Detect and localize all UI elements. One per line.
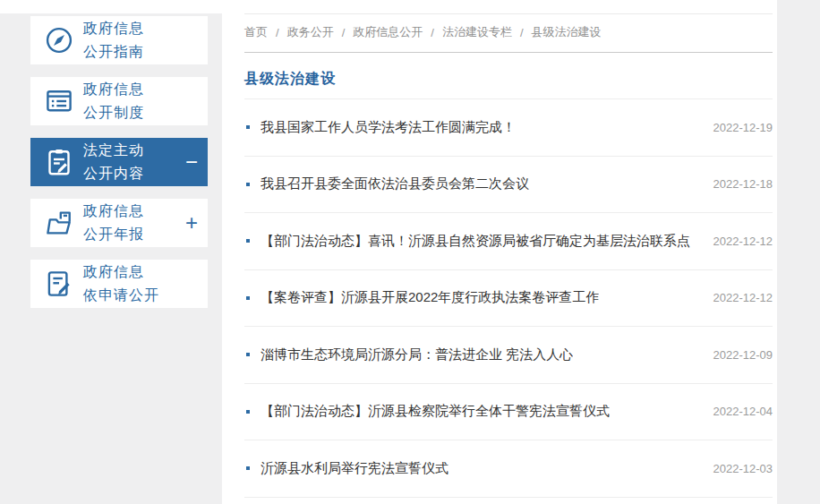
collapse-minus-icon[interactable]: −	[185, 151, 198, 173]
sidebar-menu: 政府信息 公开指南 政府信息 公开制度	[30, 16, 208, 320]
news-item-title[interactable]: 【部门法治动态】沂源县检察院举行全体干警宪法宣誓仪式	[261, 403, 610, 420]
breadcrumb-item[interactable]: 首页	[244, 24, 268, 40]
breadcrumb-divider	[244, 52, 773, 53]
breadcrumb-item[interactable]: 县级法治建设	[532, 24, 602, 40]
news-list-item[interactable]: 【部门法治动态】喜讯！沂源县自然资源局被省厅确定为基层法治联系点 2022-12…	[244, 213, 773, 270]
bullet-square-icon	[246, 125, 250, 129]
news-item-date: 2022-12-12	[703, 291, 773, 304]
bullet-square-icon	[246, 183, 250, 186]
news-item-date: 2022-12-18	[703, 177, 773, 191]
sidebar-item-disclosure-by-request[interactable]: 政府信息 依申请公开	[30, 260, 208, 308]
main-panel: 首页 / 政务公开 / 政府信息公开 / 法治建设专栏 / 县级法治建设 县级法…	[222, 0, 777, 504]
news-item-date: 2022-12-12	[703, 235, 773, 248]
news-item-title[interactable]: 【案卷评查】沂源县开展2022年度行政执法案卷评查工作	[261, 289, 599, 306]
news-item-title[interactable]: 淄博市生态环境局沂源分局：普法进企业 宪法入人心	[261, 346, 573, 363]
news-item-date: 2022-12-03	[703, 462, 773, 475]
sidebar-item-proactive-disclosure[interactable]: 法定主动 公开内容 −	[30, 138, 208, 186]
news-list-item[interactable]: 【部门法治动态】沂源县检察院举行全体干警宪法宣誓仪式 2022-12-04	[244, 384, 773, 441]
news-list-item[interactable]: 沂源县水利局举行宪法宣誓仪式 2022-12-03	[244, 440, 773, 498]
news-list-item[interactable]: 淄博市生态环境局沂源分局：普法进企业 宪法入人心 2022-12-09	[244, 327, 773, 384]
sidebar-item-disclosure-system[interactable]: 政府信息 公开制度	[30, 77, 208, 125]
breadcrumb-item[interactable]: 政府信息公开	[353, 24, 423, 40]
breadcrumb-item[interactable]: 法治建设专栏	[442, 24, 512, 40]
bullet-square-icon	[246, 296, 250, 300]
news-list-item[interactable]: 我县国家工作人员学法考法工作圆满完成！ 2022-12-19	[244, 99, 773, 157]
folder-doc-icon	[39, 207, 79, 239]
sidebar-item-label: 法定主动 公开内容	[83, 139, 144, 185]
news-item-date: 2022-12-19	[703, 121, 773, 134]
sidebar-item-annual-report[interactable]: 政府信息 公开年报 +	[30, 199, 208, 247]
breadcrumb-item[interactable]: 政务公开	[287, 24, 334, 40]
bullet-square-icon	[246, 410, 250, 414]
bullet-square-icon	[246, 239, 250, 243]
news-item-title[interactable]: 我县召开县委全面依法治县委员会第二次会议	[261, 175, 529, 192]
breadcrumb-separator: /	[520, 26, 524, 39]
document-lines-icon	[39, 85, 79, 117]
doc-pen-icon	[39, 268, 79, 300]
news-item-title[interactable]: 沂源县水利局举行宪法宣誓仪式	[261, 460, 448, 477]
news-list-item[interactable]: 我县召开县委全面依法治县委员会第二次会议 2022-12-18	[244, 157, 773, 214]
compass-icon	[39, 24, 79, 56]
clipboard-pen-icon	[39, 146, 79, 178]
news-list: 我县国家工作人员学法考法工作圆满完成！ 2022-12-19 我县召开县委全面依…	[244, 99, 773, 498]
page-title: 县级法治建设	[244, 70, 773, 89]
expand-plus-icon[interactable]: +	[185, 212, 198, 234]
news-item-title[interactable]: 我县国家工作人员学法考法工作圆满完成！	[261, 119, 516, 136]
breadcrumb-separator: /	[431, 26, 434, 39]
sidebar-item-disclosure-guide[interactable]: 政府信息 公开指南	[30, 16, 208, 64]
breadcrumb-separator: /	[276, 26, 279, 39]
sidebar-item-label: 政府信息 依申请公开	[83, 261, 159, 307]
bullet-square-icon	[246, 466, 250, 470]
sidebar-item-label: 政府信息 公开制度	[83, 78, 144, 124]
sidebar-item-label: 政府信息 公开指南	[83, 17, 144, 64]
news-item-date: 2022-12-09	[703, 348, 773, 362]
news-item-title[interactable]: 【部门法治动态】喜讯！沂源县自然资源局被省厅确定为基层法治联系点	[261, 233, 690, 250]
news-list-item[interactable]: 【案卷评查】沂源县开展2022年度行政执法案卷评查工作 2022-12-12	[244, 270, 773, 328]
bullet-square-icon	[246, 353, 250, 356]
sidebar-item-label: 政府信息 公开年报	[83, 200, 144, 246]
breadcrumb-separator: /	[342, 26, 346, 39]
news-item-date: 2022-12-04	[703, 405, 773, 418]
breadcrumb: 首页 / 政务公开 / 政府信息公开 / 法治建设专栏 / 县级法治建设	[244, 0, 773, 40]
